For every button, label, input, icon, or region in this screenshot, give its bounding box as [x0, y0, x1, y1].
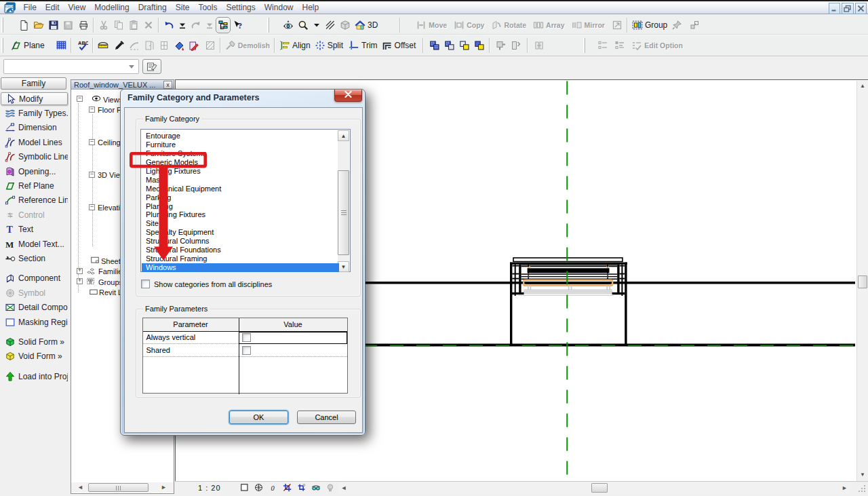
tree-collapse-icon[interactable]: − — [89, 204, 95, 210]
match-eyedropper-button[interactable] — [112, 37, 127, 54]
design-bar-item-dimension[interactable]: Dimension — [1, 121, 68, 134]
category-item-entourage[interactable]: Entourage — [142, 132, 339, 140]
scroll-left-icon[interactable]: ◄ — [341, 483, 347, 493]
move-tool-button[interactable]: Move — [414, 17, 449, 33]
parameter-value-checkbox[interactable] — [242, 346, 251, 355]
scroll-right-icon[interactable]: ► — [161, 482, 167, 493]
browser-horizontal-scrollbar[interactable]: ◄ ► — [71, 482, 174, 493]
design-bar-item-component[interactable]: Component — [1, 272, 68, 285]
design-bar-item-family-types[interactable]: Family Types. — [1, 107, 68, 119]
undo-dropdown-button[interactable] — [176, 17, 189, 33]
menu-drafting[interactable]: Drafting — [134, 1, 171, 14]
thin-lines-button[interactable] — [323, 17, 338, 33]
category-item-parking[interactable]: Parking — [142, 193, 339, 202]
window-resize-grip[interactable] — [850, 482, 868, 495]
project-browser-toggle-button[interactable] — [216, 17, 231, 33]
home-3d-button[interactable]: 3D — [353, 17, 380, 33]
option-list-3-button[interactable]: Edit Option — [629, 37, 685, 54]
drawing-horizontal-scrollbar[interactable]: ◄ ► — [339, 482, 850, 494]
category-scroll-thumb[interactable] — [338, 170, 349, 255]
type-selector-combo[interactable] — [3, 59, 139, 74]
mdi-restore-button[interactable] — [842, 3, 854, 14]
category-item-planting[interactable]: Planting — [142, 202, 339, 211]
drawing-vscroll-thumb[interactable] — [858, 275, 867, 288]
save-central-button[interactable] — [61, 17, 76, 33]
menu-settings[interactable]: Settings — [222, 1, 260, 14]
design-bar-item-model-text[interactable]: MModel Text... — [1, 237, 68, 250]
crop-off-button[interactable] — [283, 483, 292, 493]
ref-plane-tool-button[interactable]: Plane — [9, 37, 47, 54]
hide-isolate-glasses-button[interactable] — [311, 483, 321, 493]
redo-arrow-button[interactable] — [189, 17, 203, 33]
scroll-right-icon[interactable]: ► — [842, 483, 848, 493]
scroll-up-icon[interactable]: ▲ — [857, 81, 868, 92]
category-list-scrollbar[interactable]: ▲ ▼ — [338, 130, 349, 272]
cancel-button[interactable]: Cancel — [297, 411, 356, 424]
tree-collapse-icon[interactable]: − — [89, 139, 95, 145]
pin-tool-button[interactable] — [669, 17, 684, 33]
box-3d-button[interactable] — [338, 17, 353, 33]
browser-scrollbar-thumb[interactable] — [88, 483, 149, 492]
design-bar-item-void-form[interactable]: Void Form » — [1, 350, 68, 363]
door-tool-button[interactable] — [142, 37, 157, 54]
paste-clipboard-button[interactable] — [126, 17, 141, 33]
design-bar-item-reference-line[interactable]: Reference Line — [1, 194, 68, 207]
group-tool-button[interactable]: Group — [630, 17, 669, 33]
tree-collapse-icon[interactable]: − — [89, 107, 95, 113]
drawing-hscroll-thumb[interactable] — [591, 483, 608, 493]
thin-lines-zero-button[interactable]: 0 — [269, 483, 278, 493]
tree-collapse-icon[interactable]: − — [77, 96, 83, 102]
demolish-hammer-button[interactable]: Demolish — [223, 37, 272, 54]
join-unjoin-button[interactable] — [442, 37, 457, 54]
menu-view[interactable]: View — [64, 1, 90, 14]
design-bar-item-modify[interactable]: Modify — [1, 92, 68, 105]
spellcheck-abc-button[interactable]: ABC — [75, 37, 90, 54]
wall-unjoin-button[interactable] — [509, 37, 524, 54]
design-bar-item-detail-component[interactable]: Detail Component — [1, 301, 68, 314]
region-hatch-button[interactable] — [203, 37, 218, 54]
category-item-specialty-equipment[interactable]: Specialty Equipment — [142, 228, 339, 237]
category-item-lighting-fixtures[interactable]: Lighting Fixtures — [142, 167, 339, 176]
window-tool-button[interactable] — [157, 37, 172, 54]
category-item-furniture[interactable]: Furniture — [142, 140, 339, 149]
scroll-up-icon[interactable]: ▲ — [338, 130, 349, 141]
line-style-tool-button[interactable] — [127, 37, 142, 54]
save-floppy-button[interactable] — [46, 17, 61, 33]
menu-window[interactable]: Window — [260, 1, 298, 14]
drawing-vertical-scrollbar[interactable]: ▲ ▼ — [856, 81, 868, 481]
design-bar-item-load-into-project[interactable]: Load into Project — [1, 370, 68, 383]
delete-x-button[interactable] — [141, 17, 156, 33]
element-properties-button[interactable] — [142, 59, 161, 74]
mdi-close-button[interactable] — [855, 3, 867, 14]
offset-tool-button[interactable]: Offset — [380, 37, 418, 54]
join-union-button[interactable] — [427, 37, 442, 54]
close-icon[interactable]: x — [163, 81, 172, 89]
category-item-generic-models[interactable]: Generic Models — [142, 158, 339, 167]
dialog-close-button[interactable] — [334, 90, 362, 102]
category-item-mechanical-equipment[interactable]: Mechanical Equipment — [142, 185, 339, 193]
split-tool-button[interactable]: Split — [313, 37, 345, 54]
scroll-left-icon[interactable]: ◄ — [77, 482, 83, 493]
help-pointer-button[interactable]: ? — [231, 17, 245, 33]
trim-tool-button[interactable]: Trim — [347, 37, 380, 54]
design-bar-item-ref-plane[interactable]: Ref Plane — [1, 179, 68, 192]
view-scale-label[interactable]: 1 : 20 — [198, 484, 221, 492]
category-listbox[interactable]: ▲ ▼ EntourageFurnitureFurniture SystemsG… — [140, 129, 351, 272]
linework-pencil-button[interactable] — [186, 37, 201, 54]
menu-file[interactable]: File — [19, 1, 41, 14]
design-bar-item-solid-form[interactable]: Solid Form » — [1, 335, 68, 348]
show-related-button[interactable] — [532, 37, 547, 54]
option-list-1-button[interactable] — [595, 37, 610, 54]
open-folder-button[interactable] — [31, 17, 46, 33]
scroll-down-icon[interactable]: ▼ — [338, 261, 349, 272]
design-bar-item-opening[interactable]: Opening... — [1, 165, 68, 178]
resize-tool-button[interactable] — [610, 17, 625, 33]
design-bar-item-masking-region[interactable]: Masking Region — [1, 316, 68, 328]
mirror-tool-button[interactable]: Mirror — [570, 17, 607, 33]
uncut-geometry-button[interactable] — [472, 37, 487, 54]
design-bar-tab-family[interactable]: Family — [1, 77, 66, 90]
tree-collapse-icon[interactable]: − — [89, 172, 95, 178]
grid-blue-button[interactable] — [54, 37, 68, 54]
cut-scissors-button[interactable] — [96, 17, 111, 33]
array-tool-button[interactable]: Array — [531, 17, 566, 33]
